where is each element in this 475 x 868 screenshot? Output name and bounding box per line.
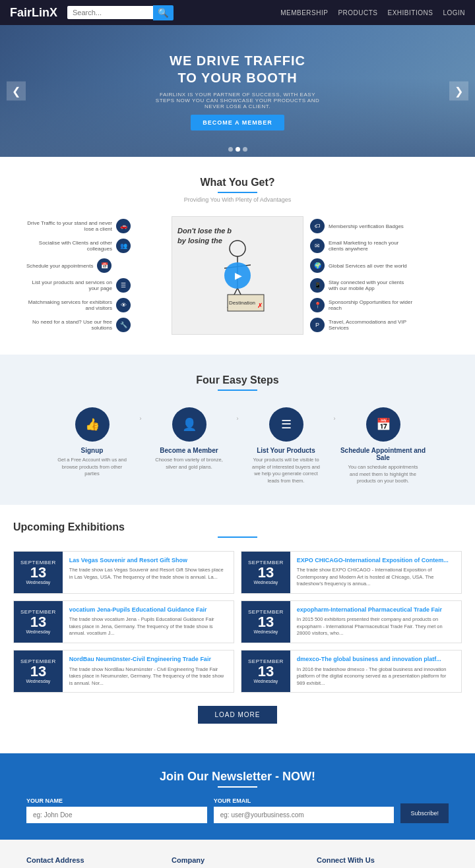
main-nav: MEMBERSHIP PRODUCTS EXHIBITIONS LOGIN bbox=[280, 9, 465, 16]
footer-grid: Contact Address 📍 FairLinx, Kemp House, … bbox=[26, 856, 449, 868]
newsletter-submit-button[interactable]: Subscribe! bbox=[400, 803, 449, 823]
hero-dot-3[interactable] bbox=[243, 147, 247, 152]
what-right-icon-3: 📱 bbox=[310, 278, 325, 293]
what-text-1: Socialise with Clients and other colleag… bbox=[26, 240, 112, 252]
exhibition-title-2[interactable]: vocatium Jena-Pupils Educational Guidanc… bbox=[69, 606, 227, 614]
exhibition-title-0[interactable]: Las Vegas Souvenir and Resort Gift Show bbox=[69, 557, 227, 565]
what-left-item-0: 🚗 Drive Traffic to your stand and never … bbox=[26, 219, 165, 233]
exhibition-desc-4: The trade show NordBau Neumünster - Civi… bbox=[69, 666, 227, 687]
exhibition-desc-5: In 2016 the tradeshow dmexco - The globa… bbox=[297, 666, 455, 687]
exhibition-info-3: expopharm-International Pharmaceutical T… bbox=[290, 601, 461, 643]
step-label-4: Schedule Appointment and Sale bbox=[340, 447, 426, 461]
what-divider bbox=[218, 192, 257, 193]
exhibition-card-0: September 13 Wednesday Las Vegas Souveni… bbox=[13, 551, 234, 594]
step-label-3: List Your Products bbox=[257, 447, 315, 454]
what-left-item-5: 🔧 No need for a stand? Use our free solu… bbox=[26, 318, 165, 332]
exhibition-dayname-5: Wednesday bbox=[254, 679, 278, 683]
exhibition-dayname-3: Wednesday bbox=[254, 629, 278, 634]
what-right-text-5: Travel, Accommodations and VIP Services bbox=[329, 319, 414, 331]
exhibition-day-5: 13 bbox=[258, 664, 274, 679]
newsletter-email-input[interactable] bbox=[214, 807, 395, 823]
footer-connect-title: Connect With Us bbox=[317, 856, 449, 864]
step-label-2: Become a Member bbox=[160, 447, 218, 454]
exhibition-desc-1: The trade show EXPO CHICAGO - Internatio… bbox=[297, 567, 455, 588]
hero-dot-1[interactable] bbox=[228, 147, 233, 152]
hero-next-button[interactable]: ❯ bbox=[449, 82, 468, 101]
newsletter-email-label: YOUR EMAIL bbox=[214, 797, 395, 804]
exhibition-info-2: vocatium Jena-Pupils Educational Guidanc… bbox=[63, 601, 234, 643]
what-right-text-3: Stay connected with your clients with ou… bbox=[329, 279, 414, 291]
search-bar: 🔍 bbox=[67, 5, 174, 20]
hero-prev-button[interactable]: ❮ bbox=[7, 82, 26, 101]
exhibition-date-5: September 13 Wednesday bbox=[241, 651, 290, 692]
header: FairLinX 🔍 MEMBERSHIP PRODUCTS EXHIBITIO… bbox=[0, 0, 475, 25]
exhibition-title-1[interactable]: EXPO CHICAGO-International Exposition of… bbox=[297, 557, 455, 565]
step-desc-2: Choose from variety of bronze, silver an… bbox=[153, 457, 226, 471]
exhibitions-title: Upcoming Exhibitions bbox=[13, 521, 462, 533]
steps-title: Four Easy Steps bbox=[26, 374, 449, 386]
exhibition-desc-2: The trade show vocatium Jena - Pupils Ed… bbox=[69, 616, 227, 637]
logo-text: FairLinX bbox=[10, 6, 57, 19]
exhibition-title-3[interactable]: expopharm-International Pharmaceutical T… bbox=[297, 606, 455, 614]
step-arrow-1: › bbox=[135, 415, 146, 422]
video-placeholder[interactable]: Don't lose the b by losing the Destinati… bbox=[172, 216, 303, 335]
what-right-text-1: Email Marketing to reach your clients an… bbox=[329, 240, 414, 252]
search-input[interactable] bbox=[67, 6, 153, 19]
newsletter-name-field: YOUR NAME bbox=[26, 797, 207, 823]
newsletter-name-input[interactable] bbox=[26, 807, 207, 823]
what-right-item-2: 🌍 Global Services all over the world bbox=[310, 258, 449, 273]
what-text-3: List your products and services on your … bbox=[26, 279, 112, 291]
exhibitions-divider bbox=[218, 536, 257, 538]
video-play-button[interactable] bbox=[224, 262, 251, 289]
what-icon-4: 👁 bbox=[116, 298, 131, 312]
step-icon-2: 👤 bbox=[172, 407, 206, 442]
svg-text:Destination: Destination bbox=[229, 300, 255, 306]
nav-exhibitions[interactable]: EXHIBITIONS bbox=[388, 9, 433, 16]
what-video: Don't lose the b by losing the Destinati… bbox=[172, 216, 303, 335]
nav-products[interactable]: PRODUCTS bbox=[338, 9, 377, 16]
hero-cta-button[interactable]: BECOME A MEMBER bbox=[191, 115, 284, 130]
what-you-get-section: What You Get? Providing You With Plenty … bbox=[0, 157, 475, 355]
step-desc-4: You can schedule appointments and meet t… bbox=[347, 464, 420, 485]
what-title: What You Get? bbox=[26, 177, 449, 188]
what-icon-3: ☰ bbox=[116, 278, 131, 293]
exhibition-card-1: September 13 Wednesday EXPO CHICAGO-Inte… bbox=[241, 551, 462, 594]
search-button[interactable]: 🔍 bbox=[153, 5, 174, 20]
exhibition-title-4[interactable]: NordBau Neumünster-Civil Engineering Tra… bbox=[69, 656, 227, 664]
hero-section: ❮ WE DRIVE TRAFFIC TO YOUR BOOTH FAIRLIN… bbox=[0, 25, 475, 157]
footer-connect-col: Connect With Us f t g+ in sk Join Today bbox=[317, 856, 449, 868]
exhibition-card-3: September 13 Wednesday expopharm-Interna… bbox=[241, 600, 462, 643]
what-right-col: 🏷 Membership verification Badges ✉ Email… bbox=[310, 219, 449, 332]
exhibition-dayname-2: Wednesday bbox=[26, 629, 51, 634]
exhibition-dayname-4: Wednesday bbox=[26, 679, 51, 683]
steps-row: 👍 Signup Get a Free Account with us and … bbox=[26, 407, 449, 485]
hero-dot-2[interactable] bbox=[236, 147, 240, 152]
hero-dots bbox=[228, 147, 247, 152]
what-right-icon-5: P bbox=[310, 318, 325, 332]
exhibition-desc-3: In 2015 500 exhibitors presented their c… bbox=[297, 616, 455, 637]
what-right-icon-2: 🌍 bbox=[310, 258, 325, 273]
exhibition-title-5[interactable]: dmexco-The global business and innovatio… bbox=[297, 656, 455, 664]
what-right-icon-4: 📍 bbox=[310, 298, 325, 312]
step-3: ☰ List Your Products Your products will … bbox=[243, 407, 329, 484]
what-right-text-2: Global Services all over the world bbox=[329, 263, 407, 269]
logo[interactable]: FairLinX bbox=[10, 6, 57, 20]
exhibition-day-3: 13 bbox=[258, 615, 274, 629]
exhibition-desc-0: The trade show Las Vegas Souvenir and Re… bbox=[69, 567, 227, 581]
hero-content: WE DRIVE TRAFFIC TO YOUR BOOTH FAIRLINX … bbox=[152, 52, 323, 130]
step-arrow-3: › bbox=[329, 415, 340, 422]
exhibition-date-4: September 13 Wednesday bbox=[14, 651, 63, 692]
nav-membership[interactable]: MEMBERSHIP bbox=[280, 9, 328, 16]
newsletter-section: Join Our Newsletter - NOW! YOUR NAME YOU… bbox=[0, 753, 475, 840]
exhibition-day-4: 13 bbox=[30, 664, 46, 679]
footer-company-title: Company bbox=[172, 856, 303, 864]
nav-login[interactable]: LOGIN bbox=[443, 9, 465, 16]
what-right-item-4: 📍 Sponsorship Opportunities for wider re… bbox=[310, 298, 449, 312]
exhibition-card-2: September 13 Wednesday vocatium Jena-Pup… bbox=[13, 600, 234, 643]
hero-subtitle: FAIRLINX IS YOUR PARTNER OF SUCCESS, WIT… bbox=[152, 92, 323, 109]
exhibition-date-2: September 13 Wednesday bbox=[14, 601, 63, 643]
hero-title: WE DRIVE TRAFFIC TO YOUR BOOTH bbox=[152, 52, 323, 86]
what-right-icon-0: 🏷 bbox=[310, 219, 325, 233]
what-icon-0: 🚗 bbox=[116, 219, 131, 233]
load-more-button[interactable]: LOAD MORE bbox=[198, 706, 276, 724]
